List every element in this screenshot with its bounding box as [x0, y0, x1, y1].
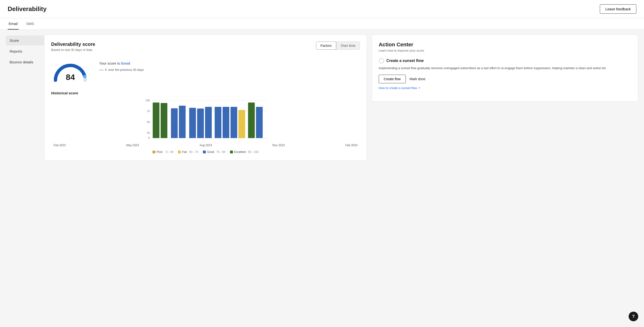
sidebar-item-reports[interactable]: Reports — [6, 46, 44, 56]
chart-legend: Poor 0 - 49 Fair 50 - 74 Good 75 - 89 Ex — [51, 150, 360, 154]
gauge-number: 84 — [66, 72, 75, 82]
svg-rect-21 — [238, 110, 245, 138]
tab-sms[interactable]: SMS — [26, 18, 35, 30]
sidebar-item-bounce-details[interactable]: Bounce details — [6, 57, 44, 67]
svg-rect-16 — [197, 108, 204, 138]
score-status: Good — [121, 61, 130, 65]
feedback-button[interactable]: Leave feedback — [600, 4, 636, 14]
score-toggle: Factors Over time — [316, 42, 360, 50]
how-to-link[interactable]: How to create a sunset flow ↗ — [379, 86, 631, 90]
action-card-title: Action Center — [379, 42, 631, 48]
create-flow-button[interactable]: Create flow — [379, 75, 406, 83]
action-item: Create a sunset flow Implementing a suns… — [379, 58, 631, 90]
svg-rect-17 — [205, 107, 212, 138]
action-card-subtitle: Learn how to improve your score — [379, 49, 631, 52]
svg-rect-19 — [222, 107, 229, 138]
tab-email[interactable]: Email — [8, 18, 19, 30]
main-layout: Score Reports Bounce details Deliverabil… — [0, 30, 644, 327]
action-item-desc: Implementing a sunset flow gradually rem… — [379, 66, 631, 71]
svg-rect-13 — [171, 108, 178, 138]
svg-rect-11 — [153, 102, 160, 138]
legend-fair: Fair 50 - 74 — [178, 150, 198, 154]
svg-text:25: 25 — [147, 131, 150, 134]
chart-area: 100 75 50 25 0 — [51, 98, 360, 142]
tabs-bar: Email SMS — [0, 18, 644, 30]
over-time-toggle-btn[interactable]: Over time — [336, 42, 360, 50]
svg-text:75: 75 — [147, 110, 150, 112]
score-card-subtitle: Based on last 30 days of data — [51, 48, 95, 52]
page-title: Deliverability — [8, 5, 46, 13]
score-card: Deliverability score Based on last 30 da… — [44, 34, 367, 160]
score-label: Your score is Good — [99, 61, 144, 65]
legend-good: Good 75 - 89 — [203, 150, 225, 154]
svg-text:100: 100 — [146, 99, 150, 102]
svg-rect-15 — [189, 108, 196, 138]
score-card-title: Deliverability score — [51, 42, 95, 47]
svg-rect-12 — [161, 103, 167, 138]
legend-poor-box — [152, 150, 155, 154]
mark-done-button[interactable]: Mark done — [410, 77, 426, 81]
action-card: Action Center Learn how to improve your … — [372, 34, 638, 102]
action-item-header: Create a sunset flow — [379, 58, 631, 64]
svg-text:0: 0 — [148, 136, 150, 139]
legend-good-box — [203, 150, 206, 154]
external-link-icon: ↗ — [418, 86, 420, 90]
svg-rect-23 — [256, 107, 263, 138]
gauge-container: 84 — [51, 58, 90, 84]
score-change: — 0 over the previous 30 days — [99, 67, 144, 72]
historical-title: Historical score — [51, 91, 360, 95]
action-item-title: Create a sunset flow — [386, 58, 424, 63]
svg-point-0 — [83, 75, 86, 78]
chart-x-labels: Feb 2023 May 2023 Aug 2023 Nov 2023 Feb … — [51, 144, 360, 147]
score-header: 84 Your score is Good — 0 over the previ… — [51, 58, 360, 84]
score-info: Your score is Good — 0 over the previous… — [99, 58, 144, 72]
svg-rect-18 — [215, 107, 222, 138]
legend-poor: Poor 0 - 49 — [152, 150, 173, 154]
sidebar: Score Reports Bounce details — [6, 34, 44, 323]
dashed-circle-icon — [379, 58, 384, 64]
bar-chart-svg: 100 75 50 25 0 — [51, 98, 360, 142]
action-buttons: Create flow Mark done — [379, 75, 631, 83]
content-area: Deliverability score Based on last 30 da… — [44, 34, 638, 323]
legend-excellent: Excellent 90 - 100 — [230, 150, 258, 154]
svg-text:50: 50 — [147, 120, 150, 124]
svg-rect-20 — [230, 107, 237, 138]
help-button[interactable]: ? — [629, 312, 638, 321]
top-bar: Deliverability Leave feedback — [0, 0, 644, 18]
sidebar-item-score[interactable]: Score — [6, 36, 44, 46]
factors-toggle-btn[interactable]: Factors — [316, 42, 336, 50]
legend-excellent-box — [230, 150, 233, 154]
legend-fair-box — [178, 150, 181, 154]
svg-rect-22 — [248, 102, 255, 138]
svg-rect-14 — [179, 106, 186, 138]
